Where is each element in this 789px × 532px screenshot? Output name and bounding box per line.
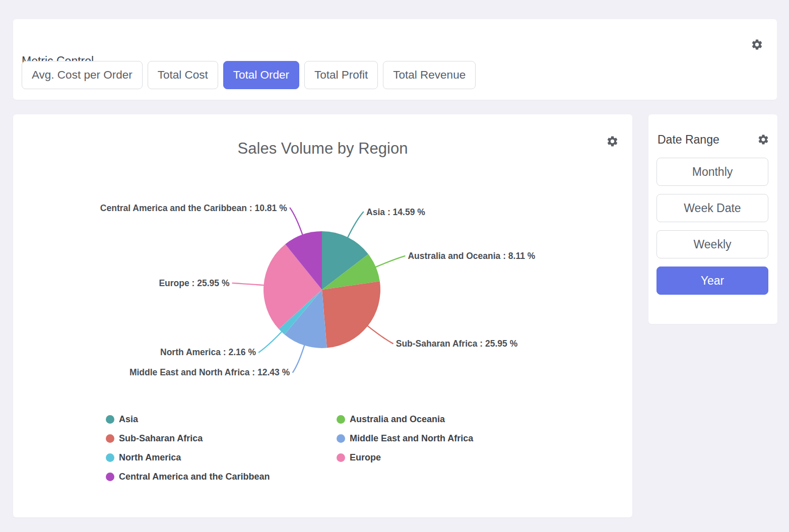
legend-label: Europe bbox=[350, 452, 381, 463]
pie-label-line-north-america bbox=[259, 332, 282, 352]
legend-dot-icon bbox=[106, 473, 114, 481]
legend-dot-icon bbox=[106, 453, 114, 462]
sales-volume-chart-panel: Sales Volume by Region Asia : 14.59 %Aus… bbox=[13, 114, 632, 517]
pie-label-line-central-america-and-the-caribbean bbox=[290, 208, 303, 235]
legend-label: Australia and Oceania bbox=[350, 414, 445, 425]
pie-label-central-america-and-the-caribbean: Central America and the Caribbean : 10.8… bbox=[100, 203, 287, 213]
date-range-button-week-date[interactable]: Week Date bbox=[656, 194, 768, 222]
metric-button-total-cost[interactable]: Total Cost bbox=[148, 61, 218, 89]
pie-label-asia: Asia : 14.59 % bbox=[366, 207, 425, 217]
legend-dot-icon bbox=[337, 453, 345, 462]
legend-label: Central America and the Caribbean bbox=[119, 472, 270, 482]
legend-item-europe[interactable]: Europe bbox=[337, 448, 473, 467]
pie-label-sub-saharan-africa: Sub-Saharan Africa : 25.95 % bbox=[396, 339, 518, 349]
metric-button-total-profit[interactable]: Total Profit bbox=[304, 61, 378, 89]
metric-button-avg-cost-per-order[interactable]: Avg. Cost per Order bbox=[22, 61, 143, 89]
date-range-panel: Date Range Monthly Week Date Weekly Year bbox=[648, 114, 777, 324]
pie-label-middle-east-and-north-africa: Middle East and North Africa : 12.43 % bbox=[129, 367, 290, 377]
legend-item-north-america[interactable]: North America bbox=[106, 448, 337, 467]
pie-label-australia-and-oceania: Australia and Oceania : 8.11 % bbox=[408, 251, 535, 261]
legend-dot-icon bbox=[106, 434, 114, 443]
legend-dot-icon bbox=[337, 415, 345, 424]
legend-dot-icon bbox=[337, 434, 345, 443]
pie-label-line-middle-east-and-north-africa bbox=[293, 346, 304, 372]
legend-label: North America bbox=[119, 452, 181, 463]
date-range-button-weekly[interactable]: Weekly bbox=[656, 230, 768, 258]
pie-label-line-asia bbox=[348, 212, 363, 237]
metric-button-group: Avg. Cost per Order Total Cost Total Ord… bbox=[22, 61, 476, 89]
legend-item-central-america-and-the-caribbean[interactable]: Central America and the Caribbean bbox=[106, 467, 337, 486]
settings-gear-icon[interactable] bbox=[757, 134, 769, 146]
pie-label-line-europe bbox=[233, 283, 264, 285]
metric-button-total-revenue[interactable]: Total Revenue bbox=[383, 61, 476, 89]
date-range-button-monthly[interactable]: Monthly bbox=[656, 158, 768, 186]
metric-control-panel: Metric Control Avg. Cost per Order Total… bbox=[13, 19, 777, 100]
legend-item-asia[interactable]: Asia bbox=[106, 410, 337, 429]
legend-item-sub-saharan-africa[interactable]: Sub-Saharan Africa bbox=[106, 429, 337, 448]
legend-dot-icon bbox=[106, 415, 114, 424]
pie-label-north-america: North America : 2.16 % bbox=[160, 347, 256, 357]
pie-label-line-australia-and-oceania bbox=[376, 256, 405, 267]
date-range-title: Date Range bbox=[658, 133, 719, 147]
legend-label: Asia bbox=[119, 414, 138, 425]
date-range-button-year[interactable]: Year bbox=[656, 267, 768, 295]
pie-slice-sub-saharan-africa[interactable] bbox=[322, 281, 380, 348]
pie-label-line-sub-saharan-africa bbox=[368, 326, 393, 344]
date-range-button-group: Monthly Week Date Weekly Year bbox=[656, 158, 768, 295]
legend-label: Middle East and North Africa bbox=[350, 433, 473, 444]
legend-item-australia-and-oceania[interactable]: Australia and Oceania bbox=[337, 410, 473, 429]
legend-label: Sub-Saharan Africa bbox=[119, 433, 203, 444]
date-range-header: Date Range bbox=[658, 130, 769, 149]
legend-item-middle-east-and-north-africa[interactable]: Middle East and North Africa bbox=[337, 429, 473, 448]
settings-gear-icon[interactable] bbox=[751, 38, 763, 51]
pie-label-europe: Europe : 25.95 % bbox=[159, 278, 229, 288]
metric-button-total-order[interactable]: Total Order bbox=[223, 61, 299, 89]
chart-legend: AsiaAustralia and OceaniaSub-Saharan Afr… bbox=[106, 410, 473, 486]
